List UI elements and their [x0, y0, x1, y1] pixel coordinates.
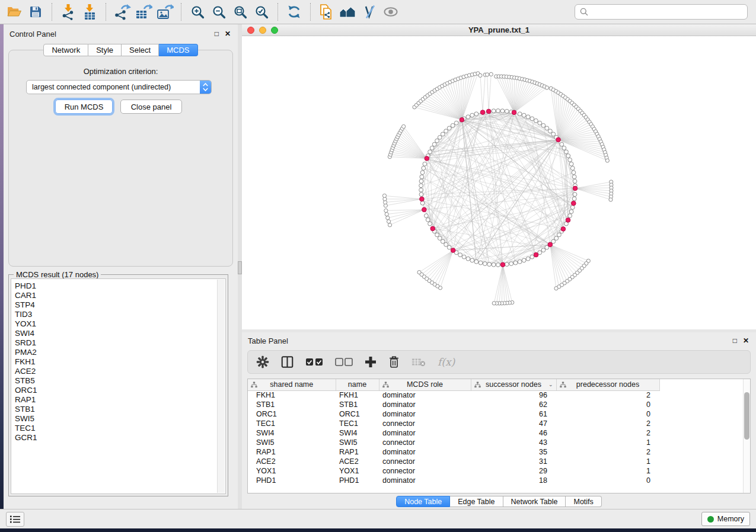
- network-node[interactable]: [444, 242, 448, 246]
- cell-name[interactable]: FKH1: [336, 390, 379, 400]
- cell-successor-nodes[interactable]: 31: [471, 457, 556, 466]
- cell-mcds-role[interactable]: dominator: [379, 476, 471, 485]
- cell-mcds-role[interactable]: connector: [379, 438, 471, 447]
- mcds-node[interactable]: [534, 252, 538, 257]
- cell-mcds-role[interactable]: connector: [379, 457, 471, 466]
- network-node[interactable]: [541, 248, 546, 252]
- leaf-node[interactable]: [554, 287, 558, 290]
- leaf-node[interactable]: [489, 72, 493, 76]
- leaf-node[interactable]: [609, 198, 613, 201]
- create-column-button[interactable]: [365, 356, 377, 368]
- mcds-result-item[interactable]: PMA2: [15, 348, 225, 357]
- network-node[interactable]: [572, 175, 576, 179]
- table-row[interactable]: TEC1TEC1connector472: [248, 419, 659, 428]
- leaf-node[interactable]: [385, 213, 388, 216]
- show-hide-button[interactable]: [380, 2, 401, 22]
- table-scrollbar-thumb[interactable]: [744, 392, 749, 440]
- delete-columns-button[interactable]: [388, 355, 400, 368]
- table-row[interactable]: RAP1RAP1dominator352: [248, 447, 659, 457]
- network-node[interactable]: [420, 175, 424, 179]
- leaf-node[interactable]: [417, 271, 421, 274]
- leaf-node[interactable]: [388, 223, 391, 227]
- cell-mcds-role[interactable]: dominator: [379, 428, 471, 438]
- cell-mcds-role[interactable]: dominator: [379, 447, 471, 457]
- close-window-icon[interactable]: [247, 27, 254, 34]
- column-header-mcds-role[interactable]: MCDS role: [379, 379, 471, 390]
- mcds-node[interactable]: [573, 186, 578, 191]
- mcds-result-item[interactable]: STP4: [15, 300, 225, 310]
- network-node[interactable]: [426, 218, 430, 222]
- mcds-node[interactable]: [548, 242, 553, 247]
- mcds-result-list[interactable]: PHD1CAR1STP4TID3YOX1SWI4SRD1PMA2FKH1ACE2…: [11, 278, 226, 494]
- network-node[interactable]: [492, 109, 496, 113]
- cell-name[interactable]: ORC1: [336, 409, 379, 419]
- network-node[interactable]: [430, 146, 434, 150]
- network-node[interactable]: [424, 214, 428, 218]
- tab-motifs[interactable]: Motifs: [566, 496, 601, 507]
- zoom-out-button[interactable]: [208, 2, 229, 22]
- network-node[interactable]: [518, 259, 522, 264]
- maximize-window-icon[interactable]: [271, 27, 278, 34]
- split-panel-button[interactable]: [281, 355, 294, 368]
- column-header-successor-nodes[interactable]: successor nodes⌄: [471, 379, 556, 390]
- table-row[interactable]: PHD1PHD1dominator180: [248, 476, 659, 485]
- cell-mcds-role[interactable]: connector: [379, 419, 471, 428]
- network-node[interactable]: [466, 115, 470, 119]
- network-node[interactable]: [566, 154, 570, 158]
- leaf-node[interactable]: [382, 194, 386, 197]
- network-node[interactable]: [447, 126, 451, 130]
- mcds-node[interactable]: [486, 109, 491, 114]
- network-node[interactable]: [572, 171, 576, 175]
- delete-table-button[interactable]: [412, 357, 426, 367]
- mcds-result-item[interactable]: CAR1: [15, 291, 225, 300]
- result-scrollbar[interactable]: [217, 280, 225, 493]
- network-node[interactable]: [526, 115, 530, 119]
- cell-predecessor-nodes[interactable]: 0: [556, 400, 659, 409]
- network-node[interactable]: [530, 255, 534, 259]
- network-canvas[interactable]: [242, 36, 756, 329]
- network-node[interactable]: [454, 121, 458, 125]
- network-node[interactable]: [551, 132, 556, 136]
- cell-successor-nodes[interactable]: 62: [471, 400, 556, 409]
- leaf-node[interactable]: [492, 302, 496, 305]
- network-node[interactable]: [560, 142, 564, 146]
- mcds-node[interactable]: [451, 248, 455, 253]
- mcds-node[interactable]: [420, 197, 425, 201]
- cell-predecessor-nodes[interactable]: 2: [556, 390, 659, 400]
- network-node[interactable]: [428, 222, 432, 226]
- leaf-node[interactable]: [386, 216, 390, 220]
- network-node[interactable]: [451, 123, 455, 127]
- network-node[interactable]: [487, 262, 492, 267]
- mcds-node[interactable]: [572, 201, 576, 206]
- cell-mcds-role[interactable]: dominator: [379, 400, 471, 409]
- cell-successor-nodes[interactable]: 18: [471, 476, 556, 485]
- network-node[interactable]: [422, 166, 426, 171]
- mcds-result-item[interactable]: SWI5: [15, 414, 225, 424]
- cell-successor-nodes[interactable]: 47: [471, 419, 556, 428]
- open-file-button[interactable]: [4, 2, 25, 22]
- chevron-down-icon[interactable]: ⌄: [548, 382, 553, 387]
- network-overview-button[interactable]: [337, 2, 359, 22]
- cell-mcds-role[interactable]: dominator: [379, 390, 471, 400]
- tab-mcds[interactable]: MCDS: [159, 44, 197, 56]
- column-header-predecessor-nodes[interactable]: predecessor nodes: [556, 379, 659, 390]
- network-node[interactable]: [522, 113, 526, 117]
- leaf-node[interactable]: [545, 86, 548, 89]
- network-node[interactable]: [522, 258, 526, 262]
- cell-shared-name[interactable]: STB1: [248, 400, 336, 409]
- mcds-node[interactable]: [512, 110, 516, 115]
- leaf-node[interactable]: [479, 73, 482, 77]
- network-node[interactable]: [458, 253, 462, 257]
- mcds-result-item[interactable]: ACE2: [15, 367, 225, 376]
- cell-name[interactable]: RAP1: [336, 447, 379, 457]
- cell-successor-nodes[interactable]: 29: [471, 466, 556, 476]
- table-settings-button[interactable]: [256, 355, 269, 368]
- cell-name[interactable]: STB1: [336, 400, 379, 409]
- save-session-button[interactable]: [25, 2, 46, 22]
- tab-edge-table[interactable]: Edge Table: [450, 496, 503, 507]
- cell-predecessor-nodes[interactable]: 2: [556, 447, 659, 457]
- network-node[interactable]: [438, 135, 442, 139]
- network-node[interactable]: [541, 123, 546, 127]
- cell-shared-name[interactable]: ACE2: [248, 457, 336, 466]
- cell-shared-name[interactable]: PHD1: [248, 476, 336, 485]
